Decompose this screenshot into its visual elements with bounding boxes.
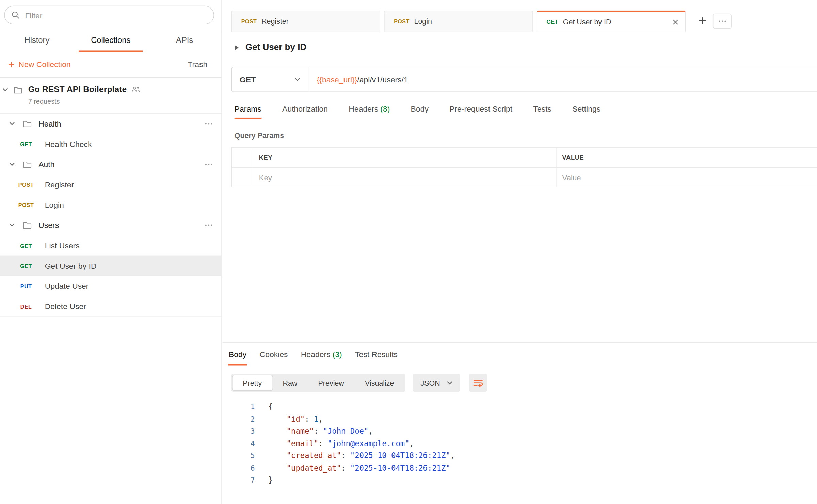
request-tab-body[interactable]: Body: [411, 104, 429, 119]
sidebar-tab-collections[interactable]: Collections: [74, 31, 148, 52]
request-tab-headers[interactable]: Headers(8): [349, 104, 390, 119]
line-number: 1: [223, 401, 255, 413]
request-label: Login: [45, 200, 64, 209]
format-value: JSON: [420, 379, 440, 387]
view-preview[interactable]: Preview: [308, 375, 354, 390]
method-select[interactable]: GET: [232, 67, 308, 91]
line-number: 6: [223, 462, 255, 474]
request-tab-params[interactable]: Params: [235, 104, 261, 119]
count-badge: (3): [333, 350, 342, 359]
line-number: 3: [223, 425, 255, 438]
new-collection-label: New Collection: [19, 60, 71, 69]
request-label: Delete User: [45, 302, 86, 311]
view-pretty[interactable]: Pretty: [233, 375, 272, 390]
tab-title: Register: [261, 17, 373, 26]
method-badge: POST: [15, 181, 37, 187]
key-input[interactable]: [259, 173, 551, 181]
response-tabs: BodyCookiesHeaders(3)Test Results: [223, 343, 817, 366]
sidebar-tab-apis[interactable]: APIs: [148, 31, 222, 52]
code-line: 6 "updated_at": "2025-10-04T18:26:21Z": [223, 462, 817, 474]
sidebar-tab-label: Collections: [79, 31, 143, 52]
chevron-down-icon[interactable]: [10, 223, 15, 227]
tab-options-button[interactable]: [713, 14, 732, 29]
sidebar-tab-history[interactable]: History: [0, 31, 74, 52]
code-line: 2 "id": 1,: [223, 413, 817, 425]
request-login[interactable]: POSTLogin: [0, 195, 222, 215]
request-delete-user[interactable]: DELDelete User: [0, 296, 222, 317]
request-label: List Users: [45, 241, 80, 250]
search-icon: [12, 11, 20, 19]
response-panel: BodyCookiesHeaders(3)Test Results Pretty…: [223, 342, 817, 504]
new-tab-button[interactable]: [694, 13, 711, 29]
response-view-switcher: PrettyRawPreviewVisualize: [231, 374, 405, 392]
folder-health[interactable]: Health: [0, 114, 222, 134]
format-select[interactable]: JSON: [413, 374, 460, 392]
request-title: Get User by ID: [245, 42, 306, 53]
view-visualize[interactable]: Visualize: [354, 375, 404, 390]
more-options-icon[interactable]: [203, 161, 214, 167]
folder-icon: [23, 161, 32, 168]
url-path: /api/v1/users/1: [357, 75, 408, 84]
chevron-down-icon[interactable]: [10, 163, 15, 166]
sidebar-tabs: HistoryCollectionsAPIs: [0, 31, 222, 52]
workspace-tab-login[interactable]: POSTLogin: [384, 11, 533, 32]
method-badge: GET: [547, 19, 558, 25]
wrap-text-button[interactable]: [469, 374, 487, 392]
value-input[interactable]: [562, 173, 812, 181]
main-panel: POSTRegisterPOSTLoginGETGet User by ID G…: [223, 0, 817, 504]
workspace-tab-get-user-by-id[interactable]: GETGet User by ID: [537, 11, 686, 32]
folder-users[interactable]: Users: [0, 215, 222, 235]
request-update-user[interactable]: PUTUpdate User: [0, 276, 222, 296]
folder-label: Users: [38, 221, 203, 230]
response-toolbar: PrettyRawPreviewVisualize JSON: [231, 374, 817, 392]
code-line: 3 "name": "John Doe",: [223, 425, 817, 438]
view-raw[interactable]: Raw: [272, 375, 308, 390]
filter-input[interactable]: [25, 11, 207, 19]
request-register[interactable]: POSTRegister: [0, 174, 222, 195]
request-label: Update User: [45, 282, 89, 290]
method-badge: PUT: [15, 283, 37, 289]
chevron-down-icon: [295, 78, 300, 81]
disclosure-triangle-icon[interactable]: [235, 45, 239, 50]
response-tab-test-results[interactable]: Test Results: [355, 343, 398, 366]
request-health-check[interactable]: GETHealth Check: [0, 134, 222, 154]
url-input[interactable]: {{base_url}}/api/v1/users/1: [308, 67, 817, 91]
method-badge: GET: [15, 242, 37, 248]
request-tab-authorization[interactable]: Authorization: [282, 104, 328, 119]
chevron-down-icon[interactable]: [3, 88, 8, 92]
tab-title: Get User by ID: [563, 18, 666, 26]
folder-icon: [14, 86, 22, 94]
request-tab-tests[interactable]: Tests: [533, 104, 551, 119]
request-list-users[interactable]: GETList Users: [0, 235, 222, 256]
request-get-user-by-id[interactable]: GETGet User by ID: [0, 256, 222, 276]
request-tab-pre-request-script[interactable]: Pre-request Script: [449, 104, 512, 119]
code-line: 5 "created_at": "2025-10-04T18:26:21Z",: [223, 450, 817, 462]
close-icon[interactable]: [673, 19, 678, 25]
response-tab-cookies[interactable]: Cookies: [259, 343, 288, 366]
key-column-header: KEY: [253, 148, 556, 167]
code-line: 1{: [223, 401, 817, 413]
folder-icon: [23, 120, 32, 127]
method-badge: POST: [394, 18, 410, 24]
workspace-tab-register[interactable]: POSTRegister: [231, 11, 381, 32]
line-number: 4: [223, 437, 255, 450]
response-tab-headers[interactable]: Headers(3): [300, 343, 342, 366]
line-number: 5: [223, 450, 255, 462]
table-input-row: [232, 167, 817, 187]
more-options-icon[interactable]: [203, 222, 214, 228]
wrap-text-icon: [473, 379, 483, 387]
collection-request-count: 7 requests: [28, 97, 218, 105]
method-badge: DEL: [15, 303, 37, 309]
more-options-icon[interactable]: [203, 120, 214, 127]
tab-title: Login: [414, 17, 526, 26]
response-tab-body[interactable]: Body: [228, 343, 247, 366]
request-tab-settings[interactable]: Settings: [572, 104, 600, 119]
response-body-code: 1{2 "id": 1,3 "name": "John Doe",4 "emai…: [223, 401, 817, 487]
collection-root[interactable]: Go REST API Boilerplate 7 requests: [0, 78, 222, 114]
new-collection-button[interactable]: + New Collection: [8, 60, 70, 69]
trash-button[interactable]: Trash: [188, 60, 207, 69]
method-badge: GET: [15, 263, 37, 269]
folder-auth[interactable]: Auth: [0, 154, 222, 174]
chevron-down-icon[interactable]: [10, 122, 15, 125]
filter-box[interactable]: [4, 6, 214, 24]
